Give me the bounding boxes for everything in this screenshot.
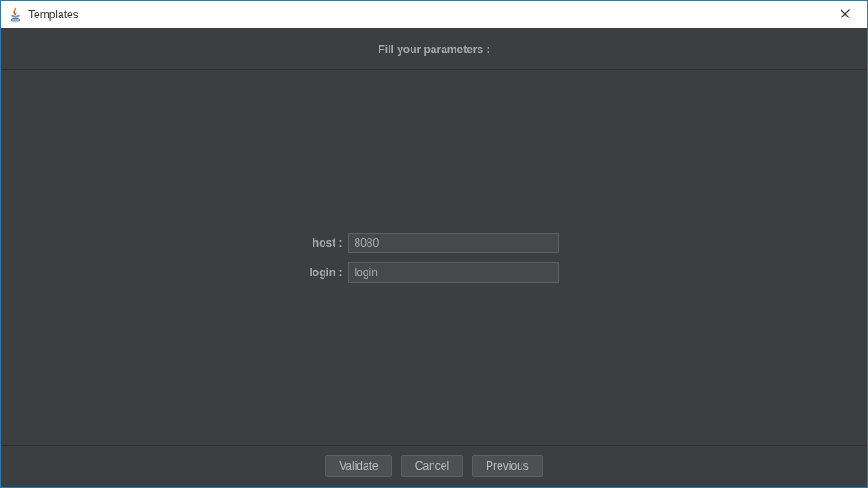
host-label: host : bbox=[310, 237, 343, 250]
previous-button[interactable]: Previous bbox=[472, 455, 543, 477]
validate-button[interactable]: Validate bbox=[325, 455, 391, 477]
java-icon bbox=[8, 7, 23, 22]
login-input[interactable] bbox=[348, 262, 559, 283]
host-input[interactable] bbox=[348, 233, 559, 253]
close-button[interactable] bbox=[827, 2, 863, 28]
content-pane: Fill your parameters : host : login : Va… bbox=[1, 28, 867, 487]
titlebar: Templates bbox=[1, 1, 867, 28]
form-area: host : login : bbox=[1, 70, 867, 445]
cancel-button[interactable]: Cancel bbox=[401, 455, 463, 477]
page-title: Fill your parameters : bbox=[378, 43, 489, 56]
button-bar: Validate Cancel Previous bbox=[1, 445, 867, 487]
login-label: login : bbox=[310, 266, 343, 279]
dialog-window: Templates Fill your parameters : host : … bbox=[0, 0, 868, 488]
svg-point-0 bbox=[11, 18, 20, 20]
parameters-form: host : login : bbox=[310, 233, 559, 283]
titlebar-left: Templates bbox=[8, 7, 79, 22]
close-icon bbox=[841, 8, 850, 21]
window-title: Templates bbox=[28, 8, 79, 21]
header-row: Fill your parameters : bbox=[1, 28, 867, 70]
